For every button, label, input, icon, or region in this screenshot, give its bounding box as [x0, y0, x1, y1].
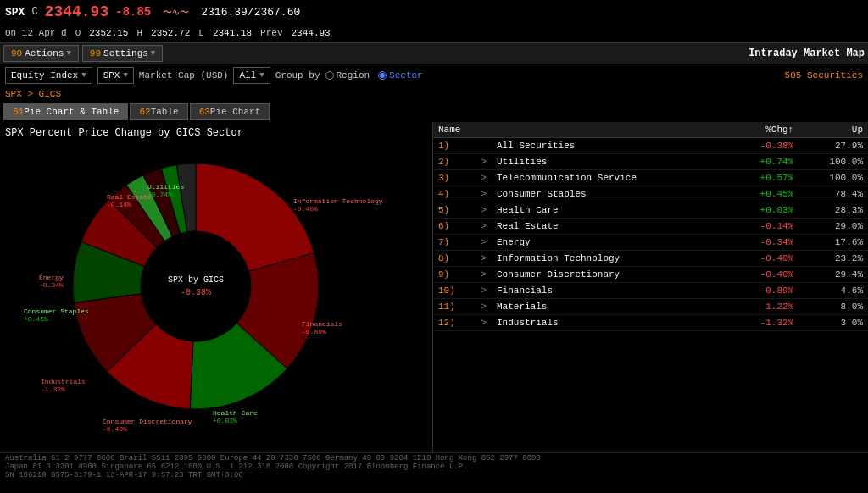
region-label: Region [337, 70, 370, 80]
price-change: -8.85 [115, 5, 151, 19]
row-name: Real Estate [492, 219, 729, 235]
group-by-label: Group by [275, 70, 320, 80]
tab-table[interactable]: 62 Table [130, 103, 187, 120]
high-label: H [136, 28, 142, 38]
high-price: 2352.72 [151, 28, 190, 38]
nav-row: Equity Index ▼ SPX ▼ Market Cap (USD) Al… [0, 64, 868, 86]
prev-label: Prev [260, 28, 282, 38]
row-name: Health Care [492, 202, 729, 219]
row-expand-arrow[interactable]: > [476, 154, 492, 170]
row-number: 7) [433, 235, 476, 251]
row-up: 100.0% [798, 170, 868, 186]
securities-count: 505 Securities [785, 70, 863, 80]
table-row[interactable]: 7)>Energy-0.34%17.6% [433, 235, 868, 251]
row-up: 4.6% [798, 283, 868, 299]
row-number: 12) [433, 315, 476, 331]
equity-index-dropdown[interactable]: Equity Index ▼ [5, 67, 92, 84]
table-row[interactable]: 2)>Utilities+0.74%100.0% [433, 154, 868, 170]
row-expand-arrow[interactable]: > [476, 186, 492, 202]
col-up[interactable]: Up [798, 122, 868, 138]
all-dropdown[interactable]: All ▼ [233, 67, 270, 84]
pie-segment[interactable] [196, 163, 314, 271]
tab3-label: Pie Chart [210, 107, 260, 117]
table-row[interactable]: 1)All Securities-0.38%27.9% [433, 138, 868, 154]
row-chg: -1.32% [729, 315, 798, 331]
region-radio-dot [326, 71, 334, 80]
row-name: Consumer Staples [492, 186, 729, 202]
open-label: O [75, 28, 81, 38]
tab2-label: Table [151, 107, 179, 117]
table-row[interactable]: 11)>Materials-1.22%8.0% [433, 299, 868, 315]
breadcrumb: SPX > GICS [5, 89, 61, 99]
region-radio[interactable]: Region [326, 70, 370, 80]
tabs-row: 61 Pie Chart & Table 62 Table 63 Pie Cha… [0, 102, 868, 122]
sector-radio-dot [378, 71, 387, 80]
row-number: 1) [433, 138, 476, 154]
row-up: 17.6% [798, 235, 868, 251]
price-range: 2316.39/2367.60 [201, 6, 300, 19]
low-label: L [198, 28, 204, 38]
ticker-symbol: SPX [5, 6, 25, 19]
row-expand-arrow[interactable]: > [476, 299, 492, 315]
row-expand-arrow[interactable]: > [476, 283, 492, 299]
settings-num: 99 [90, 48, 101, 58]
row-number: 6) [433, 219, 476, 235]
table-row[interactable]: 9)>Consumer Discretionary-0.40%29.4% [433, 267, 868, 283]
tab3-num: 63 [199, 107, 210, 117]
tab-pie-chart[interactable]: 63 Pie Chart [190, 103, 270, 120]
chart-title: SPX Percent Price Change by GICS Sector [5, 127, 427, 139]
pie-chart-svg: SPX by GICS-0.38% [5, 142, 420, 435]
row-name: Information Technology [492, 251, 729, 267]
row-expand-arrow[interactable]: > [476, 315, 492, 331]
header-row2: On 12 Apr d O 2352.15 H 2352.72 L 2341.1… [0, 24, 868, 42]
group-by-options: Region Sector [326, 70, 423, 80]
row-name: All Securities [492, 138, 729, 154]
row-expand-arrow[interactable]: > [476, 202, 492, 219]
pie-container: SPX by GICS-0.38% Information Technology… [5, 142, 420, 439]
settings-button[interactable]: 99 Settings ▼ [82, 45, 163, 62]
tab-pie-chart-table[interactable]: 61 Pie Chart & Table [3, 103, 128, 120]
row-expand-arrow[interactable] [476, 138, 492, 154]
col-chg[interactable]: %Chg↑ [729, 122, 798, 138]
equity-index-arrow-icon: ▼ [81, 71, 86, 80]
row-up: 29.4% [798, 267, 868, 283]
table-row[interactable]: 6)>Real Estate-0.14%29.0% [433, 219, 868, 235]
row-up: 100.0% [798, 154, 868, 170]
row-expand-arrow[interactable]: > [476, 170, 492, 186]
row-number: 11) [433, 299, 476, 315]
row-number: 4) [433, 186, 476, 202]
row-chg: -0.89% [729, 283, 798, 299]
row-chg: +0.74% [729, 154, 798, 170]
equity-index-label: Equity Index [11, 70, 78, 80]
table-row[interactable]: 3)>Telecommunication Service+0.57%100.0% [433, 170, 868, 186]
row-chg: -0.34% [729, 235, 798, 251]
sector-label: Sector [389, 70, 423, 80]
spx-label: SPX [103, 70, 120, 80]
col-name[interactable]: Name [433, 122, 729, 138]
table-row[interactable]: 4)>Consumer Staples+0.45%78.4% [433, 186, 868, 202]
actions-num: 90 [11, 48, 22, 58]
all-arrow-icon: ▼ [259, 71, 264, 80]
row-name: Telecommunication Service [492, 170, 729, 186]
chart-section: SPX Percent Price Change by GICS Sector … [0, 122, 432, 452]
open-price: 2352.15 [89, 28, 128, 38]
row-name: Utilities [492, 154, 729, 170]
all-label: All [239, 70, 256, 80]
main-content: SPX Percent Price Change by GICS Sector … [0, 122, 868, 452]
row-expand-arrow[interactable]: > [476, 235, 492, 251]
table-row[interactable]: 8)>Information Technology-0.40%23.2% [433, 251, 868, 267]
row-up: 28.3% [798, 202, 868, 219]
row-expand-arrow[interactable]: > [476, 251, 492, 267]
actions-button[interactable]: 90 Actions ▼ [3, 45, 79, 62]
sector-radio[interactable]: Sector [378, 70, 423, 80]
table-row[interactable]: 5)>Health Care+0.03%28.3% [433, 202, 868, 219]
row-number: 10) [433, 283, 476, 299]
row-expand-arrow[interactable]: > [476, 219, 492, 235]
footer-line3: SN 106219 GS75-3179-1 13-APR-17 9:57:23 … [5, 471, 863, 479]
spx-dropdown[interactable]: SPX ▼ [97, 67, 134, 84]
row-expand-arrow[interactable]: > [476, 267, 492, 283]
table-row[interactable]: 12)>Industrials-1.32%3.0% [433, 315, 868, 331]
table-row[interactable]: 10)>Financials-0.89%4.6% [433, 283, 868, 299]
footer: Australia 61 2 9777 8600 Brazil 5511 239… [0, 452, 868, 479]
current-price: 2344.93 [45, 3, 109, 20]
